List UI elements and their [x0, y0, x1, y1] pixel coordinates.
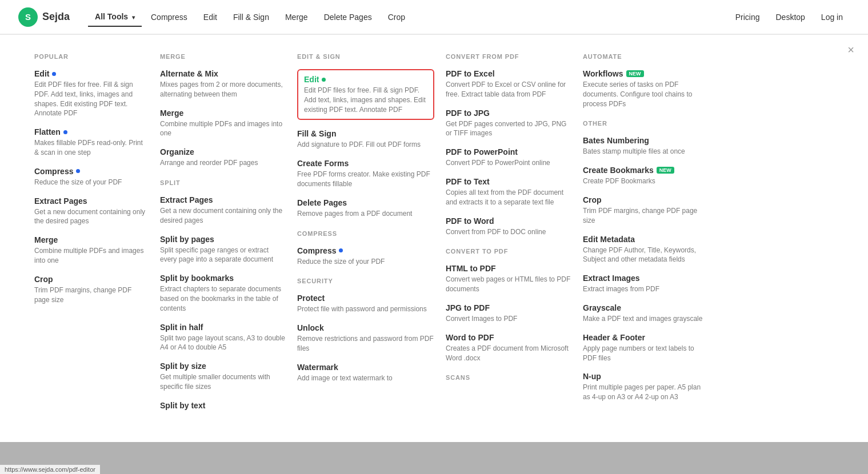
- nav-desktop[interactable]: Desktop: [769, 8, 811, 26]
- nav-merge[interactable]: Merge: [278, 8, 315, 26]
- nav-crop[interactable]: Crop: [381, 8, 412, 26]
- logo-text: Sejda: [42, 11, 70, 23]
- nav-all-tools[interactable]: All Tools ▾: [88, 7, 142, 27]
- nav-links: All Tools ▾ Compress Edit Fill & Sign Me…: [88, 7, 729, 27]
- nav-pricing[interactable]: Pricing: [729, 8, 767, 26]
- chevron-down-icon: ▾: [132, 14, 135, 21]
- nav-edit[interactable]: Edit: [197, 8, 224, 26]
- nav-fill-sign[interactable]: Fill & Sign: [226, 8, 276, 26]
- nav-compress[interactable]: Compress: [144, 8, 194, 26]
- nav-delete-pages[interactable]: Delete Pages: [317, 8, 379, 26]
- navbar: S Sejda All Tools ▾ Compress Edit Fill &…: [0, 0, 868, 34]
- logo-icon: S: [18, 7, 38, 27]
- nav-login[interactable]: Log in: [814, 8, 850, 26]
- nav-right: Pricing Desktop Log in: [729, 8, 850, 26]
- logo-link[interactable]: S Sejda: [18, 7, 70, 27]
